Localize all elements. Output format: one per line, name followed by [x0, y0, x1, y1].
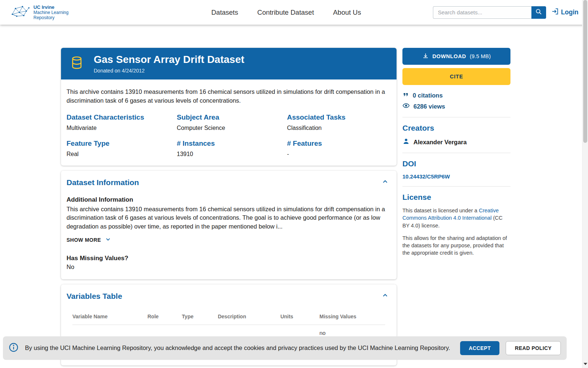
nav-link-about-us[interactable]: About Us: [333, 8, 361, 17]
license-title: License: [402, 193, 510, 202]
license-prefix: This dataset is licensed under a: [402, 208, 479, 213]
creator-item[interactable]: Alexander Vergara: [402, 138, 510, 146]
meta-label: Dataset Characteristics: [67, 113, 177, 121]
meta-label: # Features: [287, 139, 391, 148]
meta-value: Classification: [287, 125, 391, 131]
login-icon: [551, 7, 559, 17]
divider: [402, 153, 510, 153]
meta-subject-area: Subject Area Computer Science: [177, 113, 287, 131]
eye-icon: [402, 102, 410, 111]
creator-name: Alexander Vergara: [413, 139, 467, 146]
meta-value: 13910: [177, 151, 287, 158]
meta-features: # Features -: [287, 139, 391, 158]
nav-link-contribute-dataset[interactable]: Contribute Dataset: [257, 8, 314, 17]
has-missing-values-label: Has Missing Values?: [67, 255, 391, 262]
variables-table-header-row: Variable Name Role Type Description Unit…: [72, 311, 385, 325]
cite-button[interactable]: CITE: [402, 68, 510, 85]
content-column: Gas Sensor Array Drift Dataset Donated o…: [61, 48, 397, 368]
dataset-hero: Gas Sensor Array Drift Dataset Donated o…: [61, 48, 397, 79]
search-icon: [535, 8, 542, 17]
download-size: (9.5 MB): [470, 53, 491, 59]
login-label: Login: [561, 8, 578, 16]
meta-value: Multivariate: [67, 125, 177, 131]
meta-label: # Instances: [177, 139, 287, 148]
scrollbar[interactable]: [582, 0, 588, 368]
read-policy-button[interactable]: READ POLICY: [506, 341, 561, 355]
column-description: Description: [218, 311, 280, 325]
views-count: 6286 views: [413, 103, 445, 110]
doi-title: DOI: [402, 159, 510, 168]
dataset-information-card: Dataset Information Additional Informati…: [61, 171, 397, 279]
divider: [402, 117, 510, 117]
chevron-down-icon: [105, 236, 111, 244]
uci-network-icon: [11, 4, 30, 20]
person-icon: [402, 138, 410, 146]
dataset-stats: 0 citations 6286 views: [402, 91, 510, 111]
scrollbar-thumb[interactable]: [583, 0, 587, 143]
meta-value: Computer Science: [177, 125, 287, 131]
column-role: Role: [147, 311, 182, 325]
nav-links: Datasets Contribute Dataset About Us: [211, 0, 361, 25]
info-icon: [9, 343, 18, 354]
accept-button[interactable]: ACCEPT: [460, 341, 500, 355]
search-button[interactable]: [531, 6, 546, 19]
nav-link-datasets[interactable]: Datasets: [211, 8, 238, 17]
cookie-banner-actions: ACCEPT READ POLICY: [460, 341, 561, 355]
additional-information-label: Additional Information: [67, 196, 391, 204]
search-input[interactable]: [433, 6, 531, 19]
dataset-information-title: Dataset Information: [67, 178, 139, 187]
meta-label: Associated Tasks: [287, 113, 391, 121]
citations-count: 0 citations: [413, 92, 443, 99]
logo-line-3: Repository: [33, 15, 68, 20]
collapse-variables-table-button[interactable]: [379, 290, 391, 302]
download-icon: [422, 53, 429, 60]
dataset-information-header: Dataset Information: [67, 177, 391, 188]
license-paragraph-2: This allows for the sharing and adaptati…: [402, 234, 510, 257]
variables-table-title: Variables Table: [67, 292, 122, 301]
chevron-up-icon: [381, 292, 389, 300]
doi-link[interactable]: 10.24432/C5RP6W: [402, 173, 450, 180]
search-box: [433, 6, 546, 19]
overview-card: Gas Sensor Array Drift Dataset Donated o…: [61, 48, 397, 166]
meta-label: Feature Type: [67, 139, 177, 148]
has-missing-values-value: No: [67, 263, 391, 270]
cookie-banner: By using the UCI Machine Learning Reposi…: [3, 336, 567, 360]
overview-body: This archive contains 13910 measurements…: [61, 79, 397, 166]
main-content: Gas Sensor Array Drift Dataset Donated o…: [0, 25, 588, 368]
column-missing-values: Missing Values: [319, 311, 385, 325]
show-more-label: SHOW MORE: [67, 237, 101, 243]
column-type: Type: [182, 311, 218, 325]
donated-date: Donated on 4/24/2012: [94, 68, 244, 74]
citations-stat: 0 citations: [402, 91, 510, 99]
navbar: UC Irvine Machine Learning Repository Da…: [0, 0, 588, 25]
logo-line-1: UC Irvine: [33, 4, 68, 10]
login-link[interactable]: Login: [551, 7, 578, 17]
show-more-button[interactable]: SHOW MORE: [67, 234, 111, 246]
database-icon: [71, 55, 83, 72]
collapse-dataset-information-button[interactable]: [379, 177, 391, 188]
logo-line-2: Machine Learning: [33, 10, 68, 15]
meta-associated-tasks: Associated Tasks Classification: [287, 113, 391, 131]
meta-label: Subject Area: [177, 113, 287, 121]
meta-value: -: [287, 151, 391, 158]
divider: [402, 186, 510, 187]
views-stat: 6286 views: [402, 102, 510, 111]
sidebar: DOWNLOAD (9.5 MB) CITE 0 citations: [402, 48, 510, 262]
creators-title: Creators: [402, 124, 510, 132]
variables-table-header: Variables Table: [67, 290, 391, 302]
cookie-banner-text: By using the UCI Machine Learning Reposi…: [25, 344, 453, 353]
license-paragraph: This dataset is licensed under a Creativ…: [402, 207, 510, 229]
additional-information-text: This archive contains 13910 measurements…: [67, 205, 391, 231]
column-variable-name: Variable Name: [72, 311, 147, 325]
column-units: Units: [280, 311, 319, 325]
hero-text: Gas Sensor Array Drift Dataset Donated o…: [94, 54, 244, 74]
meta-dataset-characteristics: Dataset Characteristics Multivariate: [67, 113, 177, 131]
meta-value: Real: [67, 151, 177, 158]
download-button[interactable]: DOWNLOAD (9.5 MB): [402, 48, 510, 65]
dataset-description: This archive contains 13910 measurements…: [67, 88, 391, 105]
download-label: DOWNLOAD: [433, 53, 466, 59]
nav-right: Login: [433, 6, 578, 19]
scrollbar-down-button[interactable]: [582, 361, 588, 367]
uci-logo[interactable]: UC Irvine Machine Learning Repository: [11, 4, 68, 21]
page-title: Gas Sensor Array Drift Dataset: [94, 54, 244, 66]
